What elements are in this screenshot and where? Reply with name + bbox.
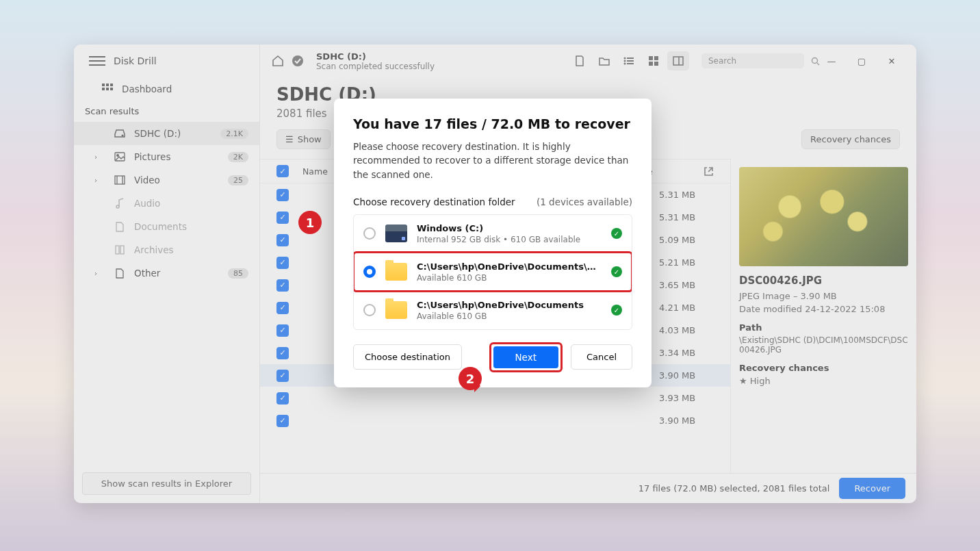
folder-icon — [385, 301, 407, 319]
destination-text: Windows (C:)Internal 952 GB disk • 610 G… — [417, 223, 602, 244]
destination-path: C:\Users\hp\OneDrive\Documents — [417, 300, 602, 310]
cancel-button[interactable]: Cancel — [571, 344, 632, 370]
modal-actions: Choose destination Next Cancel — [353, 342, 632, 372]
destination-sub: Available 610 GB — [417, 273, 602, 283]
check-icon: ✓ — [611, 266, 622, 277]
modal-subhead: Choose recovery destination folder (1 de… — [353, 196, 632, 207]
next-highlight: Next — [489, 342, 563, 372]
destination-text: C:\Users\hp\OneDrive\DocumentsAvailable … — [417, 300, 602, 321]
check-icon: ✓ — [611, 305, 622, 316]
choose-label: Choose recovery destination folder — [353, 196, 515, 207]
destination-path: Windows (C:) — [417, 223, 602, 233]
next-button[interactable]: Next — [493, 346, 558, 368]
destination-list: Windows (C:)Internal 952 GB disk • 610 G… — [353, 214, 632, 330]
check-icon: ✓ — [611, 228, 622, 239]
radio-button[interactable] — [363, 266, 376, 278]
destination-item[interactable]: Windows (C:)Internal 952 GB disk • 610 G… — [354, 215, 632, 253]
folder-icon — [385, 263, 407, 281]
destination-path: C:\Users\hp\OneDrive\Documents\Recov… — [417, 261, 602, 272]
devices-count: (1 devices available) — [537, 196, 632, 207]
modal-description: Please choose recovery destination. It i… — [353, 140, 632, 181]
disk-icon — [385, 225, 407, 242]
radio-button[interactable] — [363, 304, 376, 316]
recovery-modal: You have 17 files / 72.0 MB to recover P… — [334, 99, 652, 387]
annotation-1: 1 — [298, 211, 322, 234]
modal-title: You have 17 files / 72.0 MB to recover — [353, 116, 632, 131]
choose-destination-button[interactable]: Choose destination — [353, 344, 462, 370]
destination-item[interactable]: C:\Users\hp\OneDrive\Documents\Recov…Ava… — [354, 253, 632, 291]
radio-button[interactable] — [363, 227, 376, 240]
annotation-2: 2 — [459, 367, 482, 390]
destination-sub: Internal 952 GB disk • 610 GB available — [417, 235, 602, 244]
destination-item[interactable]: C:\Users\hp\OneDrive\DocumentsAvailable … — [354, 291, 632, 329]
destination-text: C:\Users\hp\OneDrive\Documents\Recov…Ava… — [417, 261, 602, 283]
destination-sub: Available 610 GB — [417, 311, 602, 321]
